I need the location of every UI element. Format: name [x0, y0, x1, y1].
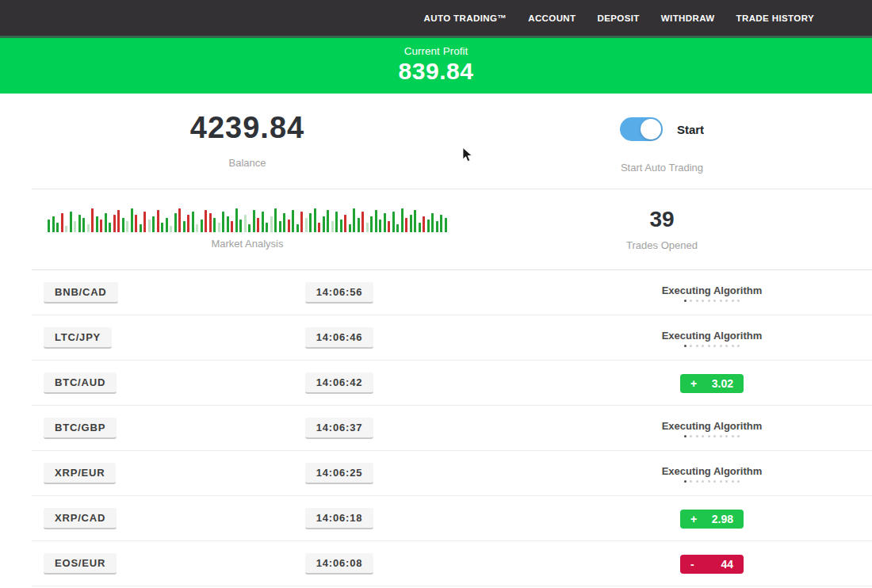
nav-item-account[interactable]: ACCOUNT — [528, 13, 576, 23]
badge-value: 44 — [721, 558, 733, 571]
time-chip: 14:06:18 — [305, 508, 373, 529]
market-bar — [375, 210, 377, 232]
market-bar — [323, 216, 325, 232]
market-bar — [401, 208, 403, 232]
progress-dots — [662, 345, 763, 347]
progress-dot — [732, 435, 734, 437]
pair-chip: XRP/CAD — [44, 508, 117, 529]
current-profit-label: Current Profit — [0, 45, 872, 57]
market-bar — [135, 215, 137, 232]
progress-dot — [725, 300, 728, 302]
current-profit-banner: Current Profit 839.84 — [0, 36, 872, 94]
progress-dot — [725, 480, 728, 483]
market-bar — [157, 210, 159, 232]
progress-dot — [696, 300, 698, 302]
market-bar — [288, 220, 290, 232]
market-bar — [174, 213, 177, 232]
trades-opened-block: 39 Trades Opened — [495, 189, 872, 269]
executing-status: Executing Algorithm — [662, 284, 763, 302]
market-bar — [70, 212, 72, 232]
pair-chip: BTC/GBP — [44, 418, 117, 439]
progress-dot — [737, 480, 740, 483]
market-bar — [361, 212, 364, 232]
progress-dot — [702, 480, 704, 483]
toggle-caption: Start Auto Trading — [621, 162, 703, 174]
progress-dot — [713, 300, 716, 302]
trade-row: BTC/GBP 14:06:37 Executing Algorithm — [0, 406, 872, 451]
market-bar — [231, 221, 233, 232]
market-bar — [205, 210, 207, 232]
market-bar — [405, 218, 407, 232]
market-bar — [344, 215, 346, 232]
badge-value: 3.02 — [712, 377, 733, 390]
market-bar — [105, 213, 107, 232]
top-navbar: AUTO TRADING™ ACCOUNT DEPOSIT WITHDRAW T… — [0, 0, 872, 36]
market-bar — [370, 216, 373, 232]
market-bar — [96, 216, 98, 232]
trade-row: LTC/JPY 14:06:46 Executing Algorithm — [0, 315, 872, 361]
market-bar — [65, 226, 67, 232]
market-bar — [161, 223, 163, 232]
market-bar — [196, 224, 198, 232]
market-bar — [266, 223, 268, 232]
market-bar — [331, 221, 334, 232]
progress-dot — [713, 345, 716, 347]
market-bar — [396, 224, 399, 232]
progress-dot — [684, 435, 687, 437]
market-bar — [410, 215, 412, 232]
auto-trading-page: AUTO TRADING™ ACCOUNT DEPOSIT WITHDRAW T… — [0, 0, 872, 588]
progress-dot — [720, 480, 722, 483]
toggle-label: Start — [677, 123, 704, 136]
market-bar — [262, 212, 264, 232]
progress-dot — [684, 480, 687, 483]
market-bar — [414, 210, 416, 232]
trades-opened-label: Trades Opened — [626, 239, 698, 251]
executing-label: Executing Algorithm — [662, 330, 763, 342]
progress-dot — [725, 345, 728, 347]
market-bar — [61, 213, 63, 232]
market-bar — [279, 221, 281, 232]
market-bar — [427, 220, 430, 232]
market-bar — [201, 220, 203, 232]
trades-opened-count: 39 — [649, 207, 674, 232]
market-bar — [283, 213, 285, 232]
progress-dot — [720, 435, 722, 437]
executing-status: Executing Algorithm — [662, 420, 763, 437]
market-bar — [109, 223, 111, 232]
progress-dot — [684, 345, 687, 347]
time-chip: 14:06:25 — [305, 463, 373, 484]
progress-dot — [713, 435, 716, 437]
nav-item-withdraw[interactable]: WITHDRAW — [661, 13, 715, 23]
badge-sign: + — [690, 377, 697, 390]
progress-dot — [696, 480, 698, 483]
market-bar — [353, 208, 355, 232]
badge-sign: - — [690, 558, 694, 571]
progress-dot — [713, 480, 716, 483]
market-analysis-chart — [48, 205, 447, 232]
market-bar — [192, 212, 194, 232]
progress-dot — [737, 435, 740, 437]
market-bar — [100, 220, 102, 232]
market-bar — [431, 213, 434, 232]
progress-dot — [708, 345, 710, 347]
market-bar — [213, 218, 216, 232]
progress-dot — [708, 300, 710, 302]
market-bar — [384, 213, 386, 232]
market-bar — [296, 224, 299, 232]
market-bar — [235, 208, 238, 232]
current-profit-value: 839.84 — [0, 58, 872, 85]
nav-item-trade-history[interactable]: TRADE HISTORY — [736, 13, 815, 23]
market-bar — [366, 223, 369, 232]
auto-trading-toggle[interactable] — [620, 117, 663, 141]
executing-status: Executing Algorithm — [662, 330, 763, 347]
progress-dot — [720, 300, 722, 302]
market-bar — [274, 208, 277, 232]
nav-item-auto-trading[interactable]: AUTO TRADING™ — [424, 13, 507, 23]
market-bar — [82, 218, 85, 232]
trade-row: XRP/CAD 14:06:18 + 2.98 — [0, 496, 872, 541]
toggle-knob — [641, 119, 661, 139]
auto-trading-toggle-block: Start Start Auto Trading — [495, 94, 872, 189]
nav-item-deposit[interactable]: DEPOSIT — [598, 13, 640, 23]
progress-dots — [662, 300, 763, 302]
market-bar — [305, 218, 308, 232]
